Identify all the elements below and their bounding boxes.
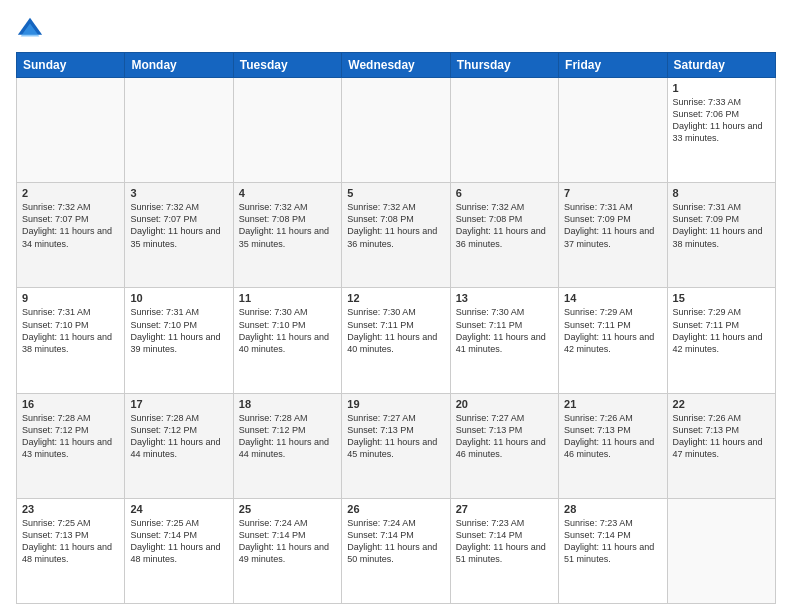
col-header-sunday: Sunday xyxy=(17,53,125,78)
calendar-day: 15Sunrise: 7:29 AM Sunset: 7:11 PM Dayli… xyxy=(667,288,775,393)
day-number: 6 xyxy=(456,187,553,199)
day-info: Sunrise: 7:24 AM Sunset: 7:14 PM Dayligh… xyxy=(239,517,336,566)
calendar-day: 20Sunrise: 7:27 AM Sunset: 7:13 PM Dayli… xyxy=(450,393,558,498)
col-header-wednesday: Wednesday xyxy=(342,53,450,78)
col-header-monday: Monday xyxy=(125,53,233,78)
calendar-day xyxy=(667,498,775,603)
day-info: Sunrise: 7:28 AM Sunset: 7:12 PM Dayligh… xyxy=(130,412,227,461)
day-number: 17 xyxy=(130,398,227,410)
day-number: 8 xyxy=(673,187,770,199)
calendar-week-5: 23Sunrise: 7:25 AM Sunset: 7:13 PM Dayli… xyxy=(17,498,776,603)
day-info: Sunrise: 7:27 AM Sunset: 7:13 PM Dayligh… xyxy=(456,412,553,461)
calendar-day: 7Sunrise: 7:31 AM Sunset: 7:09 PM Daylig… xyxy=(559,183,667,288)
day-info: Sunrise: 7:33 AM Sunset: 7:06 PM Dayligh… xyxy=(673,96,770,145)
day-info: Sunrise: 7:28 AM Sunset: 7:12 PM Dayligh… xyxy=(22,412,119,461)
day-info: Sunrise: 7:32 AM Sunset: 7:08 PM Dayligh… xyxy=(347,201,444,250)
day-info: Sunrise: 7:23 AM Sunset: 7:14 PM Dayligh… xyxy=(564,517,661,566)
day-info: Sunrise: 7:24 AM Sunset: 7:14 PM Dayligh… xyxy=(347,517,444,566)
page: SundayMondayTuesdayWednesdayThursdayFrid… xyxy=(0,0,792,612)
day-info: Sunrise: 7:27 AM Sunset: 7:13 PM Dayligh… xyxy=(347,412,444,461)
day-number: 3 xyxy=(130,187,227,199)
day-info: Sunrise: 7:25 AM Sunset: 7:13 PM Dayligh… xyxy=(22,517,119,566)
calendar-day: 14Sunrise: 7:29 AM Sunset: 7:11 PM Dayli… xyxy=(559,288,667,393)
col-header-tuesday: Tuesday xyxy=(233,53,341,78)
calendar-day: 18Sunrise: 7:28 AM Sunset: 7:12 PM Dayli… xyxy=(233,393,341,498)
calendar-day: 10Sunrise: 7:31 AM Sunset: 7:10 PM Dayli… xyxy=(125,288,233,393)
calendar-day: 27Sunrise: 7:23 AM Sunset: 7:14 PM Dayli… xyxy=(450,498,558,603)
day-number: 24 xyxy=(130,503,227,515)
calendar-week-4: 16Sunrise: 7:28 AM Sunset: 7:12 PM Dayli… xyxy=(17,393,776,498)
calendar-day: 2Sunrise: 7:32 AM Sunset: 7:07 PM Daylig… xyxy=(17,183,125,288)
col-header-saturday: Saturday xyxy=(667,53,775,78)
day-number: 7 xyxy=(564,187,661,199)
day-info: Sunrise: 7:25 AM Sunset: 7:14 PM Dayligh… xyxy=(130,517,227,566)
calendar-day: 5Sunrise: 7:32 AM Sunset: 7:08 PM Daylig… xyxy=(342,183,450,288)
day-info: Sunrise: 7:29 AM Sunset: 7:11 PM Dayligh… xyxy=(564,306,661,355)
calendar-day: 9Sunrise: 7:31 AM Sunset: 7:10 PM Daylig… xyxy=(17,288,125,393)
calendar-day: 12Sunrise: 7:30 AM Sunset: 7:11 PM Dayli… xyxy=(342,288,450,393)
day-number: 18 xyxy=(239,398,336,410)
day-number: 21 xyxy=(564,398,661,410)
calendar-day: 25Sunrise: 7:24 AM Sunset: 7:14 PM Dayli… xyxy=(233,498,341,603)
day-info: Sunrise: 7:32 AM Sunset: 7:07 PM Dayligh… xyxy=(130,201,227,250)
day-number: 16 xyxy=(22,398,119,410)
day-number: 19 xyxy=(347,398,444,410)
calendar-day xyxy=(17,78,125,183)
calendar-day: 3Sunrise: 7:32 AM Sunset: 7:07 PM Daylig… xyxy=(125,183,233,288)
day-info: Sunrise: 7:29 AM Sunset: 7:11 PM Dayligh… xyxy=(673,306,770,355)
calendar-day: 26Sunrise: 7:24 AM Sunset: 7:14 PM Dayli… xyxy=(342,498,450,603)
day-number: 15 xyxy=(673,292,770,304)
day-number: 20 xyxy=(456,398,553,410)
calendar-day: 22Sunrise: 7:26 AM Sunset: 7:13 PM Dayli… xyxy=(667,393,775,498)
day-info: Sunrise: 7:28 AM Sunset: 7:12 PM Dayligh… xyxy=(239,412,336,461)
calendar-day: 17Sunrise: 7:28 AM Sunset: 7:12 PM Dayli… xyxy=(125,393,233,498)
logo-icon xyxy=(16,16,44,44)
calendar-day: 11Sunrise: 7:30 AM Sunset: 7:10 PM Dayli… xyxy=(233,288,341,393)
calendar-day: 13Sunrise: 7:30 AM Sunset: 7:11 PM Dayli… xyxy=(450,288,558,393)
day-number: 10 xyxy=(130,292,227,304)
calendar-day xyxy=(342,78,450,183)
calendar-table: SundayMondayTuesdayWednesdayThursdayFrid… xyxy=(16,52,776,604)
calendar-week-2: 2Sunrise: 7:32 AM Sunset: 7:07 PM Daylig… xyxy=(17,183,776,288)
day-info: Sunrise: 7:32 AM Sunset: 7:08 PM Dayligh… xyxy=(239,201,336,250)
calendar-day xyxy=(559,78,667,183)
day-info: Sunrise: 7:26 AM Sunset: 7:13 PM Dayligh… xyxy=(564,412,661,461)
day-info: Sunrise: 7:31 AM Sunset: 7:09 PM Dayligh… xyxy=(673,201,770,250)
calendar-day: 28Sunrise: 7:23 AM Sunset: 7:14 PM Dayli… xyxy=(559,498,667,603)
calendar-day xyxy=(450,78,558,183)
calendar-day: 24Sunrise: 7:25 AM Sunset: 7:14 PM Dayli… xyxy=(125,498,233,603)
day-info: Sunrise: 7:26 AM Sunset: 7:13 PM Dayligh… xyxy=(673,412,770,461)
col-header-friday: Friday xyxy=(559,53,667,78)
day-number: 12 xyxy=(347,292,444,304)
logo xyxy=(16,16,48,44)
calendar-day: 23Sunrise: 7:25 AM Sunset: 7:13 PM Dayli… xyxy=(17,498,125,603)
day-info: Sunrise: 7:32 AM Sunset: 7:07 PM Dayligh… xyxy=(22,201,119,250)
calendar-day xyxy=(125,78,233,183)
calendar-day: 21Sunrise: 7:26 AM Sunset: 7:13 PM Dayli… xyxy=(559,393,667,498)
calendar-day: 16Sunrise: 7:28 AM Sunset: 7:12 PM Dayli… xyxy=(17,393,125,498)
calendar-week-1: 1Sunrise: 7:33 AM Sunset: 7:06 PM Daylig… xyxy=(17,78,776,183)
day-info: Sunrise: 7:31 AM Sunset: 7:09 PM Dayligh… xyxy=(564,201,661,250)
calendar-day: 4Sunrise: 7:32 AM Sunset: 7:08 PM Daylig… xyxy=(233,183,341,288)
calendar-day: 6Sunrise: 7:32 AM Sunset: 7:08 PM Daylig… xyxy=(450,183,558,288)
day-number: 26 xyxy=(347,503,444,515)
day-info: Sunrise: 7:32 AM Sunset: 7:08 PM Dayligh… xyxy=(456,201,553,250)
day-number: 5 xyxy=(347,187,444,199)
calendar-header-row: SundayMondayTuesdayWednesdayThursdayFrid… xyxy=(17,53,776,78)
day-number: 2 xyxy=(22,187,119,199)
day-number: 22 xyxy=(673,398,770,410)
calendar-day: 19Sunrise: 7:27 AM Sunset: 7:13 PM Dayli… xyxy=(342,393,450,498)
day-number: 13 xyxy=(456,292,553,304)
day-number: 25 xyxy=(239,503,336,515)
col-header-thursday: Thursday xyxy=(450,53,558,78)
calendar-day xyxy=(233,78,341,183)
day-info: Sunrise: 7:31 AM Sunset: 7:10 PM Dayligh… xyxy=(22,306,119,355)
day-info: Sunrise: 7:30 AM Sunset: 7:11 PM Dayligh… xyxy=(347,306,444,355)
day-number: 27 xyxy=(456,503,553,515)
calendar-week-3: 9Sunrise: 7:31 AM Sunset: 7:10 PM Daylig… xyxy=(17,288,776,393)
day-info: Sunrise: 7:23 AM Sunset: 7:14 PM Dayligh… xyxy=(456,517,553,566)
day-info: Sunrise: 7:31 AM Sunset: 7:10 PM Dayligh… xyxy=(130,306,227,355)
calendar-day: 8Sunrise: 7:31 AM Sunset: 7:09 PM Daylig… xyxy=(667,183,775,288)
day-number: 1 xyxy=(673,82,770,94)
day-info: Sunrise: 7:30 AM Sunset: 7:11 PM Dayligh… xyxy=(456,306,553,355)
